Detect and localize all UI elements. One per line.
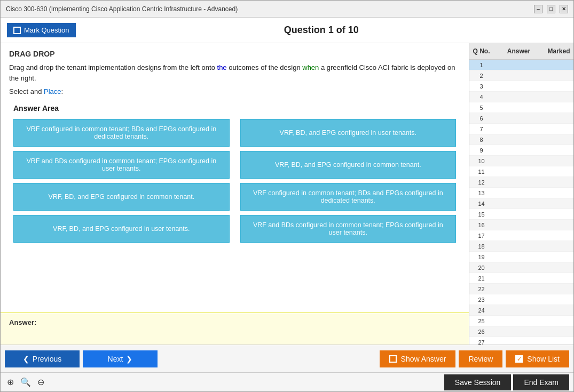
minimize-button[interactable]: – <box>534 5 542 13</box>
show-answer-checkbox-icon <box>389 355 397 363</box>
sidebar-row[interactable]: 14 <box>469 198 573 209</box>
sidebar-row[interactable]: 8 <box>469 134 573 145</box>
sidebar-cell-qno: 19 <box>469 254 493 260</box>
window-title: Cisco 300-630 (Implementing Cisco Applic… <box>6 5 238 13</box>
sidebar-cell-qno: 24 <box>469 307 493 314</box>
right-drag-item-1[interactable]: VRF, BD, and EPG configured in user tena… <box>240 119 457 147</box>
sidebar-row[interactable]: 3 <box>469 81 573 92</box>
sidebar-row[interactable]: 6 <box>469 113 573 124</box>
sidebar-cell-qno: 1 <box>469 62 493 68</box>
next-arrow-icon <box>126 355 132 363</box>
sidebar-row[interactable]: 11 <box>469 166 573 177</box>
mark-checkbox-icon <box>13 27 21 34</box>
sidebar-row[interactable]: 26 <box>469 326 573 337</box>
sidebar-answer-header: Answer <box>493 45 544 57</box>
sidebar-row[interactable]: 7 <box>469 124 573 134</box>
show-list-check-icon <box>515 355 523 363</box>
sidebar-cell-qno: 26 <box>469 329 493 335</box>
sidebar-row[interactable]: 13 <box>469 188 573 198</box>
left-drag-item-1[interactable]: VRF configured in common tenant; BDs and… <box>13 119 230 147</box>
left-drag-item-4[interactable]: VRF, BD, and EPG configured in user tena… <box>13 215 230 243</box>
right-drag-item-3[interactable]: VRF configured in common tenant; BDs and… <box>240 183 457 211</box>
right-drag-item-4[interactable]: VRF and BDs configured in common tenant;… <box>240 215 457 243</box>
sidebar-row[interactable]: 15 <box>469 209 573 220</box>
select-place-colon: : <box>61 87 64 95</box>
sidebar-row[interactable]: 5 <box>469 102 573 113</box>
sidebar-row[interactable]: 23 <box>469 294 573 305</box>
end-exam-button[interactable]: End Exam <box>513 374 569 390</box>
review-button[interactable]: Review <box>459 350 502 367</box>
sidebar-row[interactable]: 1 <box>469 60 573 70</box>
sidebar-header: Q No. Answer Marked <box>469 43 573 60</box>
sidebar-row[interactable]: 12 <box>469 177 573 188</box>
next-label: Next <box>108 355 123 363</box>
sidebar-cell-qno: 2 <box>469 73 493 79</box>
end-exam-label: End Exam <box>524 378 559 387</box>
mark-question-button[interactable]: Mark Question <box>7 23 76 37</box>
right-column: VRF, BD, and EPG configured in user tena… <box>240 119 457 243</box>
left-drag-item-2[interactable]: VRF and BDs configured in common tenant;… <box>13 151 230 179</box>
maximize-button[interactable]: □ <box>547 5 555 13</box>
sidebar-cell-qno: 21 <box>469 275 493 282</box>
show-list-button[interactable]: Show List <box>506 350 569 367</box>
left-drag-item-3[interactable]: VRF, BD, and EPG configured in common te… <box>13 183 230 211</box>
close-button[interactable]: ✕ <box>560 5 568 13</box>
sidebar-row[interactable]: 4 <box>469 92 573 102</box>
sidebar-row[interactable]: 19 <box>469 252 573 262</box>
show-list-label: Show List <box>527 355 560 363</box>
app-window: Cisco 300-630 (Implementing Cisco Applic… <box>0 0 574 392</box>
sidebar-cell-qno: 27 <box>469 339 493 345</box>
question-area: DRAG DROP Drag and drop the tenant imple… <box>1 43 469 345</box>
sidebar-cell-qno: 20 <box>469 265 493 271</box>
sidebar-row[interactable]: 16 <box>469 220 573 230</box>
zoom-normal-button[interactable]: 🔍 <box>18 376 33 388</box>
window-controls: – □ ✕ <box>534 5 568 13</box>
sidebar-row[interactable]: 20 <box>469 262 573 273</box>
sidebar-row[interactable]: 9 <box>469 145 573 156</box>
sidebar-marked-header: Marked <box>544 45 573 57</box>
bottom-zoom-bar: ⊕ 🔍 ⊖ Save Session End Exam <box>1 372 573 391</box>
sidebar-qno-header: Q No. <box>469 45 493 57</box>
next-button[interactable]: Next <box>83 350 158 367</box>
question-text-highlight1: the <box>217 63 227 71</box>
previous-button[interactable]: Previous <box>5 350 80 367</box>
sidebar-row[interactable]: 24 <box>469 305 573 316</box>
sidebar-cell-qno: 22 <box>469 286 493 292</box>
save-session-button[interactable]: Save Session <box>444 374 512 390</box>
review-label: Review <box>468 355 493 363</box>
right-drag-item-2[interactable]: VRF, BD, and EPG configured in common te… <box>240 151 457 179</box>
drag-drop-grid: VRF configured in common tenant; BDs and… <box>13 119 456 243</box>
sidebar-cell-qno: 8 <box>469 137 493 143</box>
sidebar-row[interactable]: 10 <box>469 156 573 166</box>
sidebar-cell-qno: 3 <box>469 83 493 90</box>
sidebar-cell-qno: 11 <box>469 169 493 175</box>
sidebar-row[interactable]: 27 <box>469 337 573 345</box>
sidebar-cell-qno: 9 <box>469 147 493 154</box>
sidebar-list[interactable]: 1 2 3 4 5 6 7 8 <box>469 60 573 345</box>
select-place-highlight: Place <box>44 87 61 95</box>
sidebar-row[interactable]: 25 <box>469 316 573 326</box>
answer-section: Answer: <box>1 313 469 345</box>
sidebar-row[interactable]: 22 <box>469 284 573 294</box>
show-answer-label: Show Answer <box>401 355 446 363</box>
sidebar-cell-qno: 14 <box>469 201 493 207</box>
zoom-in-button[interactable]: ⊕ <box>5 376 16 388</box>
question-content: DRAG DROP Drag and drop the tenant imple… <box>1 43 469 313</box>
question-text: Drag and drop the tenant implementation … <box>9 62 460 83</box>
sidebar-row[interactable]: 2 <box>469 70 573 81</box>
sidebar: Q No. Answer Marked 1 2 3 4 5 6 <box>469 43 573 345</box>
sidebar-row[interactable]: 18 <box>469 241 573 252</box>
select-place-text: Select and Place: <box>9 87 460 95</box>
sidebar-cell-qno: 13 <box>469 190 493 196</box>
sidebar-cell-qno: 23 <box>469 297 493 303</box>
save-session-label: Save Session <box>455 378 501 387</box>
show-answer-button[interactable]: Show Answer <box>380 350 456 367</box>
title-bar: Cisco 300-630 (Implementing Cisco Applic… <box>1 1 573 18</box>
zoom-out-button[interactable]: ⊖ <box>35 376 46 388</box>
question-text-highlight2: when <box>302 63 319 71</box>
left-column: VRF configured in common tenant; BDs and… <box>13 119 230 243</box>
sidebar-cell-qno: 7 <box>469 126 493 132</box>
select-place-label: Select and <box>9 87 44 95</box>
sidebar-row[interactable]: 21 <box>469 273 573 284</box>
sidebar-row[interactable]: 17 <box>469 230 573 241</box>
